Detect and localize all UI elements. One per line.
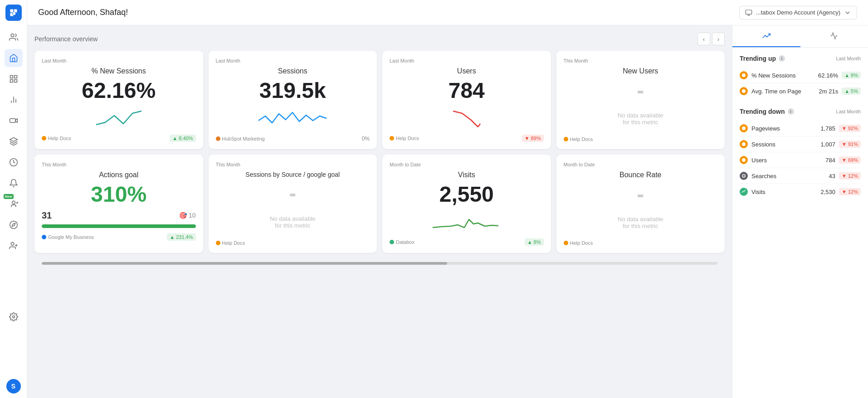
sidebar-item-bell[interactable]	[5, 174, 23, 192]
svg-point-23	[742, 89, 746, 93]
card-footer: Help Docs ▲ 8.40%	[42, 135, 196, 142]
trending-icon	[740, 87, 748, 95]
card-title: Sessions by Source / google goal	[216, 171, 370, 178]
card-value: 784	[390, 79, 544, 103]
progress-bar-container	[42, 224, 196, 228]
progress-bar	[42, 224, 196, 228]
sidebar-item-compass[interactable]	[5, 216, 23, 234]
card-chart	[216, 107, 370, 130]
trending-row: Sessions 1,007 ▼ 91%	[740, 136, 861, 152]
svg-point-18	[12, 316, 15, 318]
card-value: 310%	[42, 183, 196, 207]
next-arrow[interactable]: ›	[712, 33, 725, 45]
svg-rect-4	[14, 80, 17, 83]
svg-point-13	[10, 221, 17, 229]
trend-badge: ▲ 8%	[842, 72, 861, 79]
source-icon	[216, 241, 220, 245]
trending-icon	[740, 172, 748, 180]
account-name: ...tabox Demo Account (Agency)	[756, 9, 840, 16]
trending-row: Avg. Time on Page 2m 21s ▲ 5%	[740, 83, 861, 99]
trending-item-label: Pageviews	[740, 124, 780, 132]
source-label: Databox	[396, 239, 414, 245]
svg-point-24	[742, 126, 746, 130]
trending-icon	[740, 71, 748, 79]
change-badge: ▲ 8%	[525, 238, 544, 246]
trending-item-label: % New Sessions	[740, 71, 796, 79]
sidebar-item-user-group[interactable]	[5, 28, 23, 46]
card-source: Help Docs	[42, 136, 71, 141]
trending-row: Visits 2,530 ▼ 12%	[740, 184, 861, 199]
card-chart	[390, 210, 544, 233]
no-data-label: No data availablefor this metric	[216, 209, 370, 235]
cards-grid: Last Month % New Sessions 62.16% Help Do…	[34, 51, 725, 253]
card-chart	[42, 107, 196, 129]
trending-up-period: Last Month	[836, 56, 861, 61]
trending-item-label: Users	[740, 156, 767, 164]
card-sessions: Last Month Sessions 319.5k HubSpot Marke…	[209, 51, 377, 149]
trending-item-value: 2m 21s ▲ 5%	[819, 87, 861, 95]
card-footer: Help Docs	[216, 240, 370, 246]
card-title: Bounce Rate	[564, 171, 718, 179]
goal-current: 31	[42, 210, 52, 221]
trend-badge: ▼ 12%	[839, 172, 861, 180]
card-actions-goal: This Month Actions goal 310% 31 🎯 10 Goo…	[34, 155, 203, 253]
sidebar-item-settings[interactable]	[5, 308, 23, 326]
trending-item-label: Searches	[740, 172, 776, 180]
sidebar-item-chart[interactable]	[5, 91, 23, 109]
trending-up-header: Trending up i Last Month	[740, 55, 861, 62]
card-footer: HubSpot Marketing 0%	[216, 136, 370, 142]
panel-content: Trending up i Last Month % New Sessions	[732, 48, 868, 216]
card-source: HubSpot Marketing	[216, 136, 265, 141]
card-period: Last Month	[390, 58, 544, 63]
trending-down-section: Trending down i Last Month Pageviews	[740, 108, 861, 199]
trend-badge: ▼ 69%	[839, 156, 861, 164]
trending-item-value: 62.16% ▲ 8%	[818, 72, 861, 79]
sidebar-item-video[interactable]	[5, 112, 23, 130]
trending-item-label: Avg. Time on Page	[740, 87, 801, 95]
source-icon	[42, 235, 46, 239]
prev-arrow[interactable]: ‹	[697, 33, 710, 45]
card-title: Visits	[390, 171, 544, 179]
goal-row: 31 🎯 10	[42, 210, 196, 221]
svg-point-15	[11, 243, 14, 246]
account-selector[interactable]: ...tabox Demo Account (Agency)	[739, 6, 857, 19]
svg-rect-1	[10, 76, 13, 78]
user-avatar[interactable]: S	[6, 379, 21, 393]
scroll-bar-container	[34, 258, 725, 268]
trending-up-title: Trending up i	[740, 55, 785, 62]
new-badge: New	[4, 194, 14, 199]
trending-item-value: 1,785 ▼ 92%	[820, 125, 861, 132]
sidebar-item-number[interactable]	[5, 70, 23, 88]
change-badge: ▲ 231.4%	[167, 233, 195, 241]
svg-point-27	[742, 175, 745, 177]
info-icon[interactable]: i	[788, 108, 794, 115]
card-title: Users	[390, 67, 544, 75]
trending-up-section: Trending up i Last Month % New Sessions	[740, 55, 861, 99]
sidebar-item-new-feature[interactable]: New	[5, 195, 23, 213]
trending-icon	[740, 188, 748, 196]
info-icon[interactable]: i	[779, 55, 785, 62]
scroll-bar-track[interactable]	[42, 262, 717, 265]
tab-activity[interactable]	[800, 25, 868, 47]
trend-badge: ▼ 92%	[839, 125, 861, 132]
sidebar-item-layers[interactable]	[5, 132, 23, 150]
card-source: Help Docs	[390, 136, 419, 141]
card-chart	[390, 107, 544, 129]
overview-section: Performance overview ‹ › Last Month % Ne…	[27, 25, 732, 398]
source-label: Google My Business	[48, 234, 94, 240]
sidebar-item-home[interactable]	[5, 49, 23, 67]
trending-row: Pageviews 1,785 ▼ 92%	[740, 121, 861, 136]
card-value: 62.16%	[42, 79, 196, 103]
card-source: Help Docs	[216, 240, 245, 246]
svg-rect-8	[10, 119, 15, 122]
sidebar-item-team[interactable]	[5, 237, 23, 255]
card-value: 2,550	[390, 183, 544, 207]
trending-down-title: Trending down i	[740, 108, 794, 115]
card-source: Google My Business	[42, 234, 94, 240]
app-logo[interactable]	[5, 5, 22, 21]
overview-header: Performance overview ‹ ›	[34, 33, 725, 45]
sidebar-item-clock[interactable]	[5, 153, 23, 171]
card-visits: Month to Date Visits 2,550 Databox ▲ 8%	[382, 155, 551, 253]
tab-trending[interactable]	[732, 25, 800, 47]
panel-tabs	[732, 25, 868, 48]
